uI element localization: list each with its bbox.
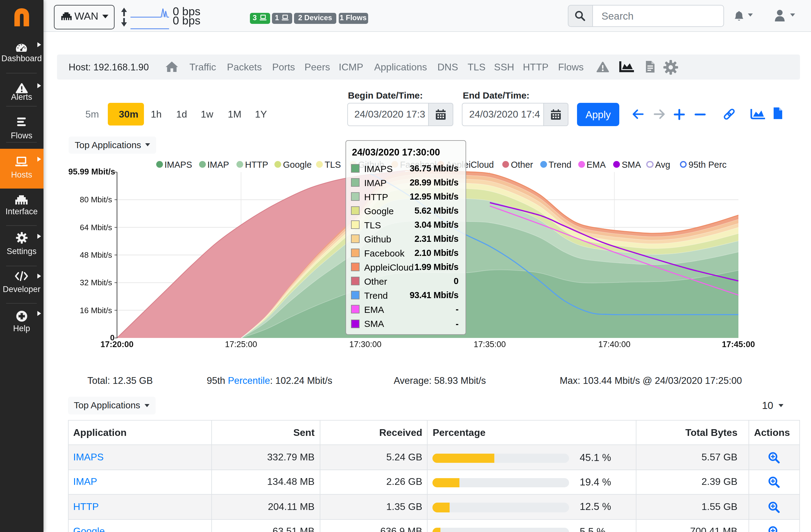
- svg-text:17:25:00: 17:25:00: [225, 340, 257, 349]
- svg-text:32 Mbit/s: 32 Mbit/s: [80, 278, 112, 287]
- svg-text:17:40:00: 17:40:00: [598, 340, 630, 349]
- svg-text:17:35:00: 17:35:00: [474, 340, 506, 349]
- svg-text:17:20:00: 17:20:00: [101, 340, 134, 349]
- svg-text:17:45:00: 17:45:00: [722, 340, 755, 349]
- svg-text:64 Mbit/s: 64 Mbit/s: [80, 223, 112, 232]
- svg-text:16 Mbit/s: 16 Mbit/s: [80, 306, 112, 315]
- svg-text:80 Mbit/s: 80 Mbit/s: [80, 195, 112, 204]
- svg-text:95.99 Mbit/s: 95.99 Mbit/s: [68, 167, 115, 176]
- svg-text:17:30:00: 17:30:00: [349, 340, 381, 349]
- svg-text:48 Mbit/s: 48 Mbit/s: [80, 250, 112, 260]
